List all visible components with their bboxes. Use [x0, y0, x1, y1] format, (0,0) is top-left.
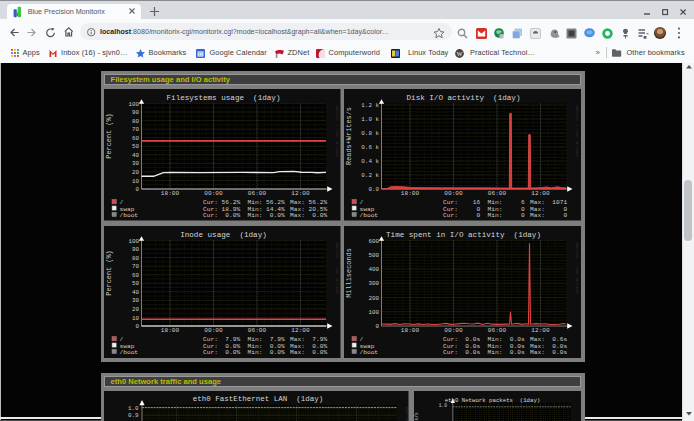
svg-text:18:00: 18:00	[400, 190, 419, 197]
svg-text:30: 30	[132, 160, 140, 167]
svg-text:eth0 FastEthernet LAN (1day): eth0 FastEthernet LAN (1day)	[193, 396, 324, 404]
svg-text:1.0 k: 1.0 k	[361, 116, 379, 123]
svg-text:90: 90	[132, 246, 140, 253]
svg-text:Packets/s: Packets/s	[414, 412, 419, 421]
svg-text:1.0: 1.0	[438, 403, 447, 408]
svg-text:50: 50	[132, 143, 140, 150]
svg-text:Max: 0.0s: Max: 0.0s	[530, 348, 567, 355]
svg-text:RRDTOOL / TOBI OETIKER: RRDTOOL / TOBI OETIKER	[335, 242, 339, 294]
svg-text:Min: 0: Min: 0	[487, 212, 524, 219]
svg-text:0: 0	[135, 186, 139, 193]
svg-text:0.2 k: 0.2 k	[361, 172, 379, 179]
svg-text:Percent (%): Percent (%)	[105, 250, 113, 296]
svg-text:Percent (%): Percent (%)	[105, 113, 113, 159]
svg-text:Max: 0.0%: Max: 0.0%	[290, 212, 327, 219]
svg-text:06:00: 06:00	[248, 190, 267, 197]
svg-text:80: 80	[132, 118, 140, 125]
svg-text:0.9: 0.9	[128, 413, 139, 420]
svg-text:/boot: /boot	[120, 348, 139, 355]
svg-text:06:00: 06:00	[248, 327, 267, 334]
svg-text:Max: 0: Max: 0	[530, 212, 567, 219]
svg-text:600: 600	[368, 237, 379, 244]
svg-text:30: 30	[132, 297, 140, 304]
svg-text:RRDTOOL / TOBI OETIKER: RRDTOOL / TOBI OETIKER	[574, 106, 578, 158]
svg-text:12:00: 12:00	[291, 190, 310, 197]
svg-text:90: 90	[132, 109, 140, 116]
svg-text:Reads+Writes/s: Reads+Writes/s	[345, 107, 353, 165]
svg-text:18:00: 18:00	[161, 327, 180, 334]
svg-text:Filesystems usage (1day): Filesystems usage (1day)	[167, 94, 281, 102]
svg-text:Inode usage (1day): Inode usage (1day)	[180, 230, 267, 238]
svg-text:70: 70	[132, 126, 140, 133]
svg-text:0.4 k: 0.4 k	[361, 158, 379, 165]
svg-text:RRDTOOL / TOBI OETIKER: RRDTOOL / TOBI OETIKER	[574, 242, 578, 294]
svg-text:eth0 Network packets (1day): eth0 Network packets (1day)	[444, 398, 540, 405]
svg-text:06:00: 06:00	[487, 327, 506, 334]
svg-text:00:00: 00:00	[444, 190, 463, 197]
svg-text:Cur: 0.0s: Cur: 0.0s	[443, 348, 480, 355]
svg-text:50: 50	[132, 280, 140, 287]
svg-text:00:00: 00:00	[444, 327, 463, 334]
svg-text:100: 100	[368, 308, 379, 315]
svg-text:1.0: 1.0	[128, 405, 139, 412]
svg-text:/boot: /boot	[359, 212, 378, 219]
svg-text:31: 31	[198, 52, 203, 57]
svg-text:300: 300	[368, 280, 379, 287]
svg-text:Cur: 0: Cur: 0	[443, 212, 480, 219]
svg-text:0: 0	[135, 323, 139, 330]
svg-text:Cur: 0.0%: Cur: 0.0%	[203, 348, 240, 355]
svg-text:12:00: 12:00	[531, 190, 550, 197]
svg-text:20: 20	[132, 306, 140, 313]
svg-text:06:00: 06:00	[487, 190, 506, 197]
svg-text:18:00: 18:00	[400, 327, 419, 334]
svg-text:1.2 k: 1.2 k	[361, 102, 379, 109]
svg-text:100: 100	[128, 237, 139, 244]
svg-text:60: 60	[132, 271, 140, 278]
svg-text:Cur: 0.0%: Cur: 0.0%	[203, 212, 240, 219]
svg-text:500: 500	[368, 251, 379, 258]
svg-text:0.6 k: 0.6 k	[361, 144, 379, 151]
svg-text:00:00: 00:00	[204, 327, 223, 334]
svg-text:Disk I/O activity (1day): Disk I/O activity (1day)	[406, 94, 520, 102]
svg-text:60: 60	[132, 135, 140, 142]
svg-text:10: 10	[132, 178, 140, 185]
svg-text:Min: 0.0%: Min: 0.0%	[248, 212, 285, 219]
svg-text:0.8 k: 0.8 k	[361, 130, 379, 137]
svg-text:400: 400	[368, 266, 379, 273]
svg-text:Min: 0.0s: Min: 0.0s	[487, 348, 524, 355]
svg-text:Milliseconds: Milliseconds	[345, 248, 353, 298]
svg-text:40: 40	[132, 288, 140, 295]
svg-text:/boot: /boot	[120, 212, 139, 219]
svg-text:12:00: 12:00	[531, 327, 550, 334]
svg-text:18:00: 18:00	[161, 190, 180, 197]
svg-text:W: W	[456, 50, 462, 56]
svg-text:70: 70	[132, 263, 140, 270]
svg-text:80: 80	[132, 254, 140, 261]
svg-text:Time spent in I/O activity (1: Time spent in I/O activity (1day)	[386, 230, 541, 238]
svg-text:200: 200	[368, 294, 379, 301]
svg-text:0: 0	[375, 323, 379, 330]
svg-text:10: 10	[132, 314, 140, 321]
svg-text:40: 40	[132, 152, 140, 159]
svg-text:RRDTOOL / TOBI OETIKER: RRDTOOL / TOBI OETIKER	[335, 106, 339, 158]
svg-text:0.0: 0.0	[368, 186, 379, 193]
svg-text:12:00: 12:00	[291, 327, 310, 334]
svg-text:Min: 0.0%: Min: 0.0%	[248, 348, 285, 355]
svg-text:RRDTOOL / TOBI OETIKER: RRDTOOL / TOBI OETIKER	[405, 407, 409, 421]
svg-text:Max: 0.0%: Max: 0.0%	[290, 348, 327, 355]
svg-text:/boot: /boot	[359, 348, 378, 355]
svg-text:100: 100	[128, 101, 139, 108]
svg-text:00:00: 00:00	[204, 190, 223, 197]
svg-text:20: 20	[132, 169, 140, 176]
